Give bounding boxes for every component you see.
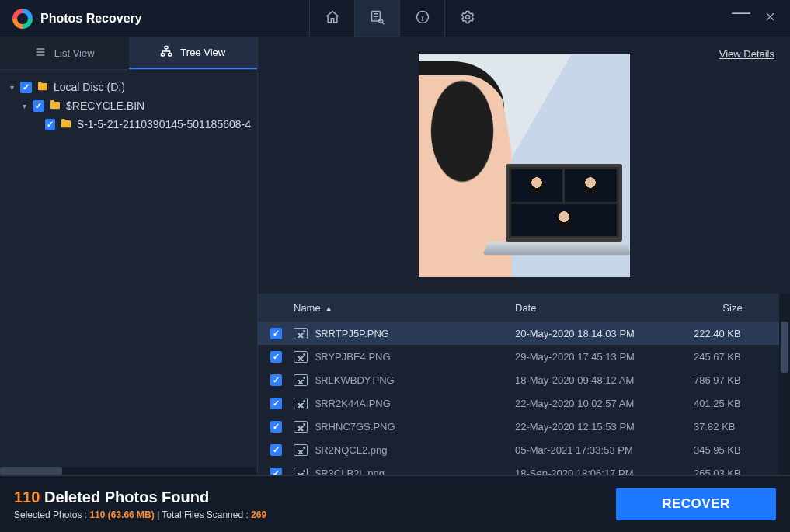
table-row[interactable]: $RHNC7GS.PNG22-May-2020 12:15:53 PM37.82…: [258, 415, 779, 438]
file-name: $RR2K44A.PNG: [315, 398, 391, 409]
col-date[interactable]: Date: [515, 294, 686, 322]
scan-results-button[interactable]: [354, 0, 399, 37]
table-row[interactable]: $RRTPJ5P.PNG20-May-2020 18:14:03 PM222.4…: [258, 322, 779, 345]
tree-node-selected[interactable]: S-1-5-21-2110390145-501185608-4: [6, 115, 252, 134]
footer-stats: 110 Deleted Photos Found Selected Photos…: [14, 489, 266, 520]
file-date: 22-May-2020 12:15:53 PM: [515, 415, 686, 438]
file-size: 345.95 KB: [686, 438, 779, 461]
image-file-icon: [294, 351, 308, 363]
found-heading: 110 Deleted Photos Found: [14, 489, 266, 506]
tab-label: Tree View: [180, 47, 225, 58]
sidebar: List View Tree View ▾ Local Disc (D:) ▾: [0, 37, 258, 475]
image-file-icon: [294, 421, 308, 433]
file-name: $RYPJBE4.PNG: [315, 351, 391, 363]
svg-rect-6: [169, 54, 172, 56]
table-v-scrollbar[interactable]: [779, 294, 790, 475]
brand: Photos Recovery: [0, 9, 309, 29]
recover-button[interactable]: RECOVER: [616, 488, 776, 520]
file-size: 786.97 KB: [686, 368, 779, 391]
minimize-button[interactable]: —: [732, 8, 750, 23]
checkbox[interactable]: [270, 444, 282, 456]
checkbox[interactable]: [270, 398, 282, 409]
file-size: 401.25 KB: [686, 391, 779, 415]
checkbox[interactable]: [270, 468, 282, 475]
tree-node-root[interactable]: ▾ Local Disc (D:): [6, 78, 252, 96]
file-date: 22-May-2020 10:02:57 AM: [515, 391, 686, 415]
table-row[interactable]: $R3CLB2L.png18-Sep-2020 18:06:17 PM265.0…: [258, 461, 779, 475]
caret-icon[interactable]: ▾: [8, 83, 16, 92]
svg-point-3: [465, 15, 469, 19]
footer: 110 Deleted Photos Found Selected Photos…: [0, 475, 790, 532]
list-icon: [34, 46, 47, 61]
file-date: 18-Sep-2020 18:06:17 PM: [515, 461, 686, 475]
tree-node[interactable]: ▾ $RECYCLE.BIN: [6, 96, 252, 115]
image-file-icon: [294, 444, 308, 456]
preview-area: View Details: [258, 37, 790, 294]
file-size: 222.40 KB: [686, 322, 779, 345]
folder-icon: [49, 99, 61, 113]
folder-icon: [37, 80, 49, 95]
info-button[interactable]: [399, 0, 444, 37]
home-button[interactable]: [309, 0, 354, 37]
checkbox[interactable]: [270, 421, 282, 433]
gear-icon: [460, 9, 475, 28]
table-row[interactable]: $RLKWBDY.PNG18-May-2020 09:48:12 AM786.9…: [258, 368, 779, 391]
main: List View Tree View ▾ Local Disc (D:) ▾: [0, 37, 790, 475]
image-file-icon: [294, 328, 308, 339]
svg-point-1: [378, 19, 382, 23]
info-icon: [415, 9, 430, 28]
checkbox[interactable]: [270, 351, 282, 363]
checkbox[interactable]: [270, 374, 282, 386]
file-date: 20-May-2020 18:14:03 PM: [515, 322, 686, 345]
close-button[interactable]: [764, 11, 776, 26]
file-name: $RHNC7GS.PNG: [315, 421, 395, 433]
preview-image: [419, 54, 630, 277]
table-row[interactable]: $RR2K44A.PNG22-May-2020 10:02:57 AM401.2…: [258, 391, 779, 415]
settings-button[interactable]: [444, 0, 489, 37]
checkbox[interactable]: [33, 100, 44, 112]
file-date: 29-May-2020 17:45:13 PM: [515, 345, 686, 368]
content: View Details Name▲ Date S: [258, 37, 790, 475]
table-row[interactable]: $R2NQCL2.png05-Mar-2021 17:33:53 PM345.9…: [258, 438, 779, 461]
tree-label: $RECYCLE.BIN: [66, 99, 144, 112]
checkbox[interactable]: [270, 328, 282, 339]
folder-tree[interactable]: ▾ Local Disc (D:) ▾ $RECYCLE.BIN: [0, 70, 257, 475]
col-size[interactable]: Size: [686, 294, 779, 322]
stats-line: Selected Photos : 110 (63.66 MB) | Total…: [14, 509, 266, 520]
caret-icon[interactable]: ▾: [20, 102, 28, 110]
checkbox[interactable]: [45, 119, 54, 130]
toolbar: [309, 0, 489, 37]
window-controls: —: [732, 11, 790, 26]
sort-asc-icon: ▲: [325, 304, 332, 312]
image-file-icon: [294, 398, 308, 409]
tab-tree-view[interactable]: Tree View: [129, 37, 258, 69]
home-icon: [325, 9, 340, 28]
file-name: $R2NQCL2.png: [315, 444, 388, 456]
app-logo-icon: [12, 9, 33, 29]
list-search-icon: [370, 9, 385, 28]
file-table-wrap: Name▲ Date Size $RRTPJ5P.PNG20-May-2020 …: [258, 294, 790, 475]
tab-list-view[interactable]: List View: [0, 37, 129, 69]
tab-label: List View: [54, 47, 95, 59]
sidebar-tabs: List View Tree View: [0, 37, 257, 70]
folder-icon: [60, 117, 72, 132]
file-size: 245.67 KB: [686, 345, 779, 368]
found-text: Deleted Photos Found: [44, 489, 209, 506]
image-file-icon: [294, 374, 308, 386]
sidebar-h-scrollbar[interactable]: [0, 467, 257, 475]
view-details-link[interactable]: View Details: [719, 48, 774, 60]
svg-rect-5: [162, 54, 165, 56]
file-size: 37.82 KB: [686, 415, 779, 438]
tree-label: S-1-5-21-2110390145-501185608-4: [77, 118, 251, 130]
titlebar: Photos Recovery —: [0, 0, 790, 37]
file-name: $R3CLB2L.png: [315, 468, 385, 475]
found-count: 110: [14, 489, 40, 506]
image-file-icon: [294, 468, 308, 475]
col-name[interactable]: Name▲: [294, 294, 515, 322]
table-row[interactable]: $RYPJBE4.PNG29-May-2020 17:45:13 PM245.6…: [258, 345, 779, 368]
tree-label: Local Disc (D:): [54, 81, 125, 93]
checkbox[interactable]: [20, 82, 32, 93]
app-title: Photos Recovery: [40, 12, 142, 26]
file-table: Name▲ Date Size $RRTPJ5P.PNG20-May-2020 …: [258, 294, 779, 475]
file-name: $RLKWBDY.PNG: [315, 374, 395, 386]
